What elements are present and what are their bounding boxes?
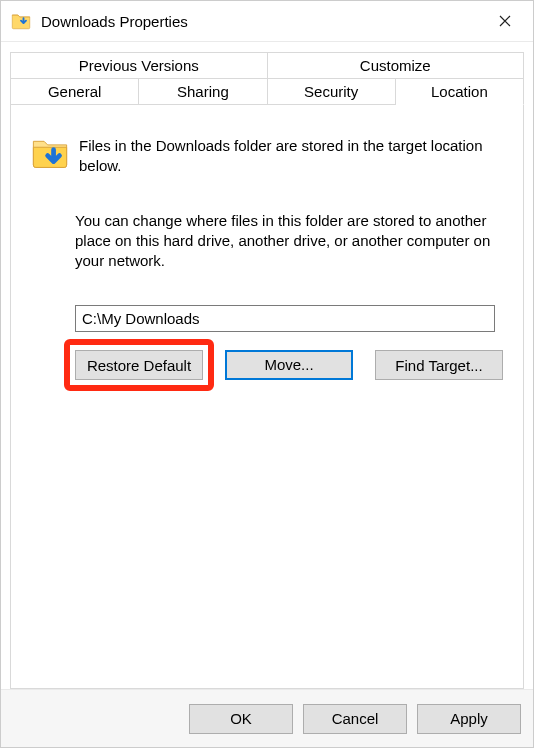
find-target-button[interactable]: Find Target... [375,350,503,380]
client-area: Previous Versions Customize General Shar… [1,42,533,747]
downloads-folder-icon [11,10,31,33]
cancel-button[interactable]: Cancel [303,704,407,734]
tab-strip: Previous Versions Customize General Shar… [10,52,524,105]
highlight-restore-default: Restore Default [64,339,214,391]
location-path-input[interactable] [75,305,495,332]
tab-customize[interactable]: Customize [268,52,525,78]
tab-location[interactable]: Location [396,78,524,105]
move-button[interactable]: Move... [225,350,353,380]
dialog-footer: OK Cancel Apply [1,689,533,747]
titlebar: Downloads Properties [1,1,533,42]
tab-security[interactable]: Security [268,78,396,105]
close-button[interactable] [483,5,527,37]
tab-page-location: Files in the Downloads folder are stored… [10,105,524,689]
apply-button[interactable]: Apply [417,704,521,734]
window-title: Downloads Properties [41,13,483,30]
description-text: You can change where files in this folde… [75,211,503,272]
location-button-row: Restore Default Move... Find Target... [75,350,503,380]
intro-row: Files in the Downloads folder are stored… [31,133,503,177]
ok-button[interactable]: OK [189,704,293,734]
tab-sharing[interactable]: Sharing [139,78,267,105]
downloads-folder-large-icon [31,133,69,174]
tab-previous-versions[interactable]: Previous Versions [10,52,268,78]
properties-window: Downloads Properties Previous Versions C… [0,0,534,748]
intro-text: Files in the Downloads folder are stored… [79,133,503,177]
restore-default-button[interactable]: Restore Default [75,350,203,380]
tab-general[interactable]: General [10,78,139,105]
